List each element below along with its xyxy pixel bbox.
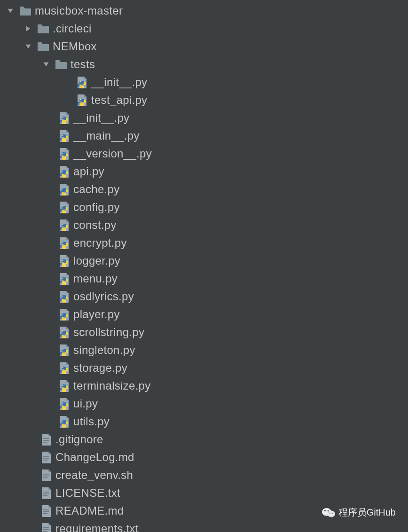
svg-point-30 xyxy=(63,349,63,350)
wechat-icon xyxy=(322,507,336,519)
tree-item[interactable]: const.py xyxy=(0,216,408,234)
svg-point-29 xyxy=(65,337,66,338)
tree-item[interactable]: menu.py xyxy=(0,270,408,288)
tree-item[interactable]: __main__.py xyxy=(0,127,408,145)
tree-item[interactable]: create_venv.sh xyxy=(0,466,408,484)
svg-rect-43 xyxy=(43,456,49,457)
tree-item[interactable]: requirements.txt xyxy=(0,520,408,532)
tree-item[interactable]: ChangeLog.md xyxy=(0,448,408,466)
svg-point-33 xyxy=(65,373,66,374)
svg-rect-50 xyxy=(43,493,49,494)
tree-item-label: terminalsize.py xyxy=(73,379,151,392)
python-file-icon xyxy=(75,94,88,107)
svg-rect-51 xyxy=(43,495,47,496)
svg-rect-53 xyxy=(43,511,49,512)
tree-item[interactable]: .gitignore xyxy=(0,430,408,448)
svg-rect-56 xyxy=(43,529,49,530)
tree-item[interactable]: ui.py xyxy=(0,395,408,413)
python-file-icon xyxy=(57,201,71,214)
tree-item-label: encrypt.py xyxy=(73,236,127,250)
svg-point-0 xyxy=(80,81,81,82)
svg-rect-40 xyxy=(43,438,49,439)
python-file-icon xyxy=(57,147,71,160)
text-file-icon xyxy=(39,469,53,482)
tree-item-label: LICENSE.txt xyxy=(55,486,120,500)
tree-item-label: menu.py xyxy=(73,272,118,285)
text-file-icon xyxy=(39,486,53,500)
tree-item[interactable]: __init__.py xyxy=(0,109,408,127)
svg-rect-46 xyxy=(43,474,49,475)
tree-item[interactable]: __init__.py xyxy=(0,73,408,91)
svg-point-24 xyxy=(63,296,63,297)
tree-item-label: __init__.py xyxy=(91,76,147,89)
svg-point-14 xyxy=(63,206,63,207)
python-file-icon xyxy=(57,272,71,285)
tree-item[interactable]: .circleci xyxy=(0,20,408,38)
svg-rect-44 xyxy=(43,458,49,459)
tree-item[interactable]: config.py xyxy=(0,198,408,216)
watermark: 程序员GitHub xyxy=(322,506,396,519)
tree-item[interactable]: api.py xyxy=(0,163,408,180)
svg-point-62 xyxy=(324,510,326,511)
tree-item[interactable]: tests xyxy=(0,55,408,73)
python-file-icon xyxy=(57,344,71,357)
tree-item-label: ui.py xyxy=(73,397,98,410)
folder-icon xyxy=(37,40,50,53)
python-file-icon xyxy=(75,76,88,89)
tree-item[interactable]: player.py xyxy=(0,305,408,323)
svg-point-35 xyxy=(65,391,66,391)
arrow-down-icon[interactable] xyxy=(24,42,33,51)
tree-item-label: create_venv.sh xyxy=(55,469,133,482)
tree-item[interactable]: utils.py xyxy=(0,413,408,430)
tree-item-label: requirements.txt xyxy=(55,522,139,532)
svg-point-26 xyxy=(63,313,63,314)
tree-item[interactable]: NEMbox xyxy=(0,38,408,55)
tree-item-label: osdlyrics.py xyxy=(73,290,134,303)
tree-item[interactable]: scrollstring.py xyxy=(0,323,408,341)
tree-item[interactable]: logger.py xyxy=(0,252,408,270)
tree-item-label: __version__.py xyxy=(73,147,152,160)
tree-item-label: player.py xyxy=(73,308,120,321)
python-file-icon xyxy=(57,129,71,142)
text-file-icon xyxy=(39,522,53,532)
tree-item[interactable]: osdlyrics.py xyxy=(0,288,408,305)
svg-rect-55 xyxy=(43,527,49,528)
svg-point-28 xyxy=(63,331,63,332)
svg-point-61 xyxy=(328,511,335,517)
tree-item[interactable]: storage.py xyxy=(0,359,408,377)
tree-item-label: tests xyxy=(71,58,95,71)
folder-icon xyxy=(37,22,50,35)
text-file-icon xyxy=(39,433,53,446)
tree-item[interactable]: cache.py xyxy=(0,180,408,198)
svg-point-25 xyxy=(65,301,66,302)
tree-item[interactable]: singleton.py xyxy=(0,341,408,359)
python-file-icon xyxy=(57,415,71,428)
tree-item-label: cache.py xyxy=(73,183,119,196)
svg-point-63 xyxy=(327,510,329,511)
svg-point-39 xyxy=(65,426,66,427)
svg-rect-45 xyxy=(43,460,47,461)
svg-point-10 xyxy=(63,171,63,172)
tree-item[interactable]: musicbox-master xyxy=(0,2,408,20)
python-file-icon xyxy=(57,111,71,125)
tree-item-label: test_api.py xyxy=(91,94,147,107)
arrow-right-icon[interactable] xyxy=(24,24,33,33)
arrow-down-icon[interactable] xyxy=(41,60,51,69)
python-file-icon xyxy=(57,254,71,267)
svg-point-6 xyxy=(63,135,63,136)
tree-item-label: .gitignore xyxy=(55,433,103,446)
tree-item-label: .circleci xyxy=(53,22,92,35)
svg-point-65 xyxy=(332,512,333,513)
tree-item[interactable]: LICENSE.txt xyxy=(0,484,408,502)
arrow-down-icon[interactable] xyxy=(6,6,15,16)
tree-item[interactable]: __version__.py xyxy=(0,145,408,163)
svg-point-17 xyxy=(65,230,66,231)
watermark-text: 程序员GitHub xyxy=(338,506,396,519)
python-file-icon xyxy=(57,183,71,196)
svg-rect-52 xyxy=(43,509,49,510)
tree-item[interactable]: encrypt.py xyxy=(0,234,408,252)
tree-item[interactable]: terminalsize.py xyxy=(0,377,408,395)
svg-point-21 xyxy=(65,266,66,266)
tree-item[interactable]: test_api.py xyxy=(0,91,408,109)
svg-point-32 xyxy=(63,367,63,368)
